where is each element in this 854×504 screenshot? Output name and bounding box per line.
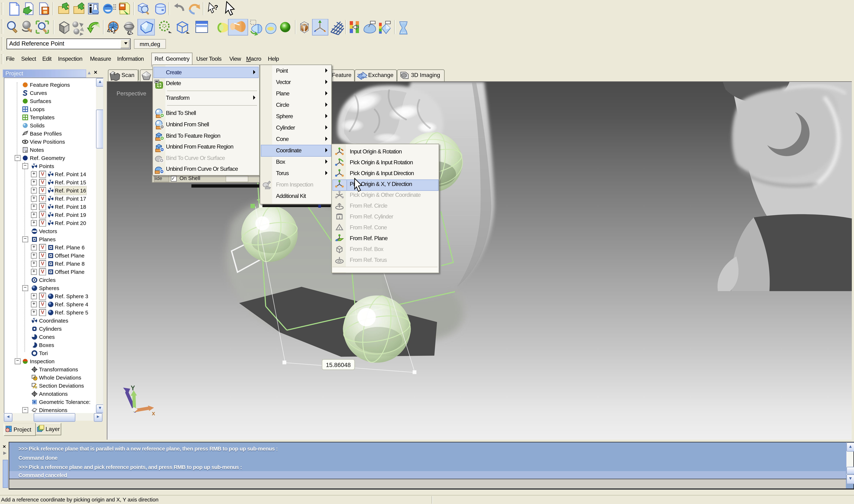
svg-text:?: ? (214, 4, 218, 11)
svg-text:15.86048: 15.86048 (326, 362, 351, 368)
svg-text:Y: Y (131, 384, 135, 392)
svg-text:x: x (152, 410, 155, 416)
